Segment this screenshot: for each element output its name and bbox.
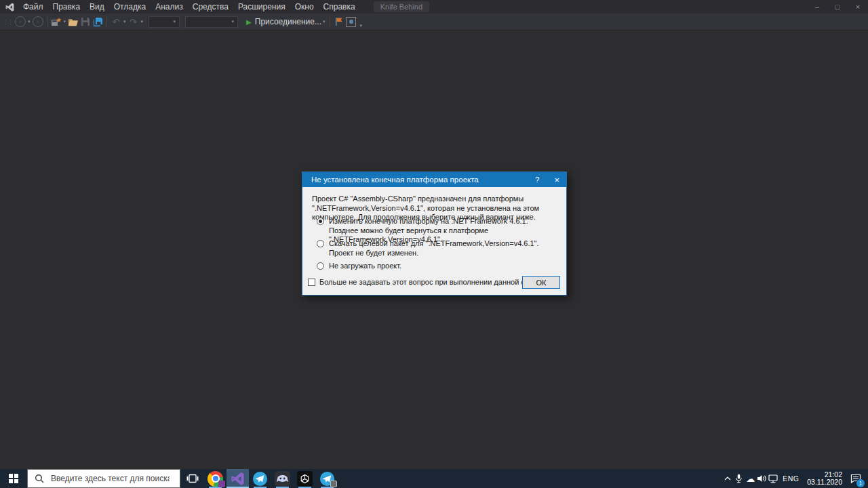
open-folder-icon xyxy=(68,18,79,26)
window-controls: – □ × xyxy=(807,0,868,14)
task-view-icon xyxy=(186,474,199,483)
navigate-forward-button[interactable]: › xyxy=(33,15,43,28)
checkbox-icon[interactable] xyxy=(308,279,315,286)
undo-caret-icon[interactable]: ▾ xyxy=(123,19,126,24)
attach-caret-icon: ▾ xyxy=(323,19,326,24)
speaker-icon xyxy=(757,474,767,483)
taskbar-app-discord[interactable] xyxy=(271,469,294,488)
search-input[interactable] xyxy=(50,473,171,484)
new-project-button[interactable] xyxy=(51,15,62,28)
tray-date: 03.11.2020 xyxy=(807,479,842,487)
close-button[interactable]: × xyxy=(848,0,868,14)
toolbar-combobox-small[interactable]: ▾ xyxy=(149,16,180,28)
taskbar-app-telegram-secondary[interactable] xyxy=(316,469,338,488)
screenshot-tool-button[interactable] xyxy=(346,15,357,28)
tray-onedrive-button[interactable]: ☁ xyxy=(745,469,756,488)
unity-icon xyxy=(297,471,313,487)
tray-volume-button[interactable] xyxy=(756,469,768,488)
new-project-caret-icon[interactable]: ▾ xyxy=(64,19,66,24)
microphone-icon xyxy=(734,474,743,483)
radio-button-icon[interactable] xyxy=(317,240,324,247)
tray-expand-button[interactable] xyxy=(722,469,733,488)
chrome-profile-badge xyxy=(218,481,225,487)
menu-analyze[interactable]: Анализ xyxy=(151,1,188,12)
save-button[interactable] xyxy=(80,15,91,28)
taskbar: ☁ ENG 21:02 03.11.2020 xyxy=(0,469,868,488)
combobox-caret-icon: ▾ xyxy=(232,19,235,24)
menu-file[interactable]: Файл xyxy=(18,1,48,12)
radio-button-icon[interactable] xyxy=(317,218,324,225)
start-button[interactable] xyxy=(0,469,27,488)
taskbar-app-telegram[interactable] xyxy=(249,469,271,488)
toolbar-combobox-configuration[interactable]: ▾ xyxy=(185,16,238,28)
navigate-back-button[interactable]: ‹ xyxy=(15,15,26,28)
target-framework-dialog: Не установлена конечная платформа проект… xyxy=(302,171,567,296)
toolbar-separator xyxy=(106,17,107,27)
toolbar-separator xyxy=(47,17,47,27)
open-file-button[interactable] xyxy=(68,15,79,28)
dialog-close-button[interactable]: × xyxy=(554,175,559,185)
toolbar-grip-handle[interactable]: ⋮⋮ xyxy=(3,18,12,25)
feedback-flag-button[interactable] xyxy=(334,15,344,28)
menu-extensions[interactable]: Расширения xyxy=(233,1,290,12)
checkbox-label: Больше не задавать этот вопрос при выпол… xyxy=(319,278,554,286)
system-tray: ☁ ENG 21:02 03.11.2020 xyxy=(722,469,868,488)
camera-box-icon xyxy=(346,17,356,27)
undo-button[interactable]: ↶ xyxy=(111,15,121,28)
screen: Файл Правка Вид Отладка Анализ Средства … xyxy=(0,0,868,488)
back-dropdown-caret-icon[interactable]: ▾ xyxy=(28,19,31,24)
search-icon xyxy=(35,474,44,483)
toolbar-separator xyxy=(330,17,330,27)
tray-network-button[interactable] xyxy=(768,469,779,488)
toolbar-overflow-button[interactable]: ▾ xyxy=(360,23,363,30)
notification-count-badge: 1 xyxy=(856,479,865,487)
dialog-body: Проект C# "Assembly-CSharp" предназначен… xyxy=(302,187,566,293)
discord-icon xyxy=(275,471,290,487)
radio-option-skip-load[interactable]: Не загружать проект. xyxy=(317,262,558,271)
redo-caret-icon[interactable]: ▾ xyxy=(141,19,144,24)
radio-option-label: Скачать целевой пакет для ".NETFramework… xyxy=(329,239,558,258)
tray-language-button[interactable]: ENG xyxy=(779,469,802,488)
radio-option-label: Не загружать проект. xyxy=(329,262,558,271)
menu-window[interactable]: Окно xyxy=(290,1,319,12)
tray-microphone-button[interactable] xyxy=(733,469,745,488)
visual-studio-icon xyxy=(230,471,245,487)
menu-bar: Файл Правка Вид Отладка Анализ Средства … xyxy=(0,0,868,14)
maximize-button[interactable]: □ xyxy=(827,0,848,14)
back-arrow-icon: ‹ xyxy=(15,16,26,27)
taskbar-app-visual-studio[interactable] xyxy=(226,469,249,488)
toolbar: ⋮⋮ ‹ ▾ › ▾ xyxy=(0,14,868,30)
task-view-button[interactable] xyxy=(181,469,204,488)
menu-edit[interactable]: Правка xyxy=(48,1,85,12)
save-all-icon xyxy=(93,17,103,26)
action-center-button[interactable]: 1 xyxy=(847,469,865,488)
dont-ask-again-checkbox-row[interactable]: Больше не задавать этот вопрос при выпол… xyxy=(308,278,554,286)
radio-option-download-pack[interactable]: Скачать целевой пакет для ".NETFramework… xyxy=(317,239,558,258)
taskbar-app-chrome[interactable] xyxy=(204,469,226,488)
visual-studio-logo-icon xyxy=(5,2,15,12)
menu-help[interactable]: Справка xyxy=(319,1,360,12)
run-play-icon: ▶ xyxy=(246,18,252,26)
radio-button-icon[interactable] xyxy=(317,262,324,270)
telegram-icon xyxy=(252,471,268,487)
dialog-help-button[interactable]: ? xyxy=(535,176,539,184)
save-icon xyxy=(81,17,90,26)
window-title: Knife Behind xyxy=(374,1,429,12)
combobox-caret-icon: ▾ xyxy=(174,19,176,24)
taskbar-search-box[interactable] xyxy=(27,469,180,488)
chevron-up-icon xyxy=(724,476,731,481)
redo-button[interactable]: ↷ xyxy=(128,15,139,28)
dialog-title: Не установлена конечная платформа проект… xyxy=(311,176,535,184)
dialog-titlebar[interactable]: Не установлена конечная платформа проект… xyxy=(302,172,566,187)
app-badge xyxy=(330,481,337,487)
menu-view[interactable]: Вид xyxy=(85,1,109,12)
attach-label: Присоединение... xyxy=(255,17,321,26)
save-all-button[interactable] xyxy=(92,15,103,28)
menu-tools[interactable]: Средства xyxy=(188,1,233,12)
minimize-button[interactable]: – xyxy=(807,0,827,14)
tray-clock-button[interactable]: 21:02 03.11.2020 xyxy=(802,471,847,487)
menu-debug[interactable]: Отладка xyxy=(109,1,151,12)
ok-button[interactable]: ОК xyxy=(522,276,560,289)
attach-to-process-button[interactable]: ▶ Присоединение... ▾ xyxy=(246,17,326,26)
taskbar-app-unity[interactable] xyxy=(294,469,316,488)
